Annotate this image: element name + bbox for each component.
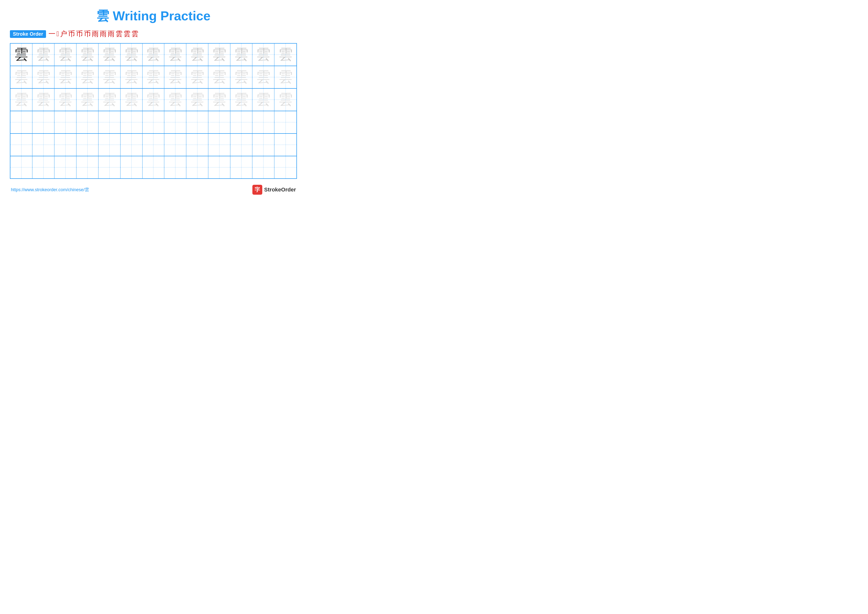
grid-cell-5-7[interactable] [164,156,186,178]
grid-cell-4-6[interactable] [143,134,164,156]
grid-cell-2-11[interactable]: 雲 [253,89,274,111]
grid-cell-4-8[interactable] [186,134,208,156]
grid-cell-1-11[interactable]: 雲 [253,66,274,88]
char-0-0: 雲 [14,47,28,62]
grid-cell-4-10[interactable] [230,134,253,156]
grid-cell-5-5[interactable] [121,156,143,178]
grid-cell-2-0[interactable]: 雲 [10,89,33,111]
grid-cell-0-6[interactable]: 雲 [143,44,164,65]
grid-cell-1-6[interactable]: 雲 [143,66,164,88]
stroke-order-row: Stroke Order 一𠄌户币币币雨雨雨雲雲雲 [10,29,297,39]
grid-cell-5-9[interactable] [208,156,230,178]
grid-cell-0-0[interactable]: 雲 [10,44,33,65]
grid-cell-3-1[interactable] [33,111,54,133]
grid-cell-5-2[interactable] [54,156,76,178]
grid-cell-1-4[interactable]: 雲 [98,66,121,88]
grid-cell-1-9[interactable]: 雲 [208,66,230,88]
grid-cell-4-4[interactable] [98,134,121,156]
grid-cell-4-11[interactable] [253,134,274,156]
grid-cell-1-8[interactable]: 雲 [186,66,208,88]
char-2-5: 雲 [124,92,139,107]
grid-cell-0-11[interactable]: 雲 [253,44,274,65]
grid-cell-1-10[interactable]: 雲 [230,66,253,88]
grid-cell-4-12[interactable] [274,134,296,156]
page-title: 雲 Writing Practice [10,8,297,25]
grid-cell-2-7[interactable]: 雲 [164,89,186,111]
char-0-9: 雲 [212,47,226,62]
grid-cell-2-9[interactable]: 雲 [208,89,230,111]
grid-cell-5-10[interactable] [230,156,253,178]
grid-cell-3-6[interactable] [143,111,164,133]
grid-cell-1-0[interactable]: 雲 [10,66,33,88]
grid-cell-4-9[interactable] [208,134,230,156]
grid-cell-0-8[interactable]: 雲 [186,44,208,65]
grid-cell-4-2[interactable] [54,134,76,156]
grid-cell-5-11[interactable] [253,156,274,178]
grid-cell-3-4[interactable] [98,111,121,133]
footer-url[interactable]: https://www.strokeorder.com/chinese/雲 [11,187,89,193]
grid-cell-1-5[interactable]: 雲 [121,66,143,88]
grid-cell-2-5[interactable]: 雲 [121,89,143,111]
grid-cell-3-12[interactable] [274,111,296,133]
grid-cell-1-7[interactable]: 雲 [164,66,186,88]
grid-cell-4-5[interactable] [121,134,143,156]
grid-cell-2-10[interactable]: 雲 [230,89,253,111]
grid-row-1: 雲雲雲雲雲雲雲雲雲雲雲雲雲 [10,66,296,89]
char-2-10: 雲 [234,92,248,107]
char-1-11: 雲 [256,70,270,84]
grid-cell-0-12[interactable]: 雲 [274,44,296,65]
grid-cell-0-3[interactable]: 雲 [76,44,98,65]
grid-cell-4-7[interactable] [164,134,186,156]
grid-cell-3-7[interactable] [164,111,186,133]
grid-cell-2-12[interactable]: 雲 [274,89,296,111]
grid-cell-3-10[interactable] [230,111,253,133]
practice-grid: 雲雲雲雲雲雲雲雲雲雲雲雲雲雲雲雲雲雲雲雲雲雲雲雲雲雲雲雲雲雲雲雲雲雲雲雲雲雲雲 [10,43,297,179]
char-0-12: 雲 [278,47,293,62]
grid-cell-2-4[interactable]: 雲 [98,89,121,111]
grid-cell-0-10[interactable]: 雲 [230,44,253,65]
grid-cell-2-6[interactable]: 雲 [143,89,164,111]
grid-cell-3-9[interactable] [208,111,230,133]
grid-cell-3-11[interactable] [253,111,274,133]
grid-cell-3-8[interactable] [186,111,208,133]
grid-cell-0-2[interactable]: 雲 [54,44,76,65]
grid-cell-5-1[interactable] [33,156,54,178]
stroke-seq-item-0: 一 [48,29,56,39]
grid-cell-5-6[interactable] [143,156,164,178]
grid-cell-4-0[interactable] [10,134,33,156]
grid-cell-0-9[interactable]: 雲 [208,44,230,65]
stroke-seq-item-4: 币 [76,29,83,39]
char-1-9: 雲 [212,70,226,84]
grid-cell-2-2[interactable]: 雲 [54,89,76,111]
grid-row-0: 雲雲雲雲雲雲雲雲雲雲雲雲雲 [10,44,296,66]
char-1-6: 雲 [146,70,160,84]
grid-cell-3-0[interactable] [10,111,33,133]
grid-cell-1-2[interactable]: 雲 [54,66,76,88]
grid-cell-0-7[interactable]: 雲 [164,44,186,65]
grid-cell-2-8[interactable]: 雲 [186,89,208,111]
grid-cell-5-4[interactable] [98,156,121,178]
grid-cell-2-3[interactable]: 雲 [76,89,98,111]
stroke-seq-item-5: 币 [84,29,91,39]
grid-cell-5-8[interactable] [186,156,208,178]
grid-cell-3-5[interactable] [121,111,143,133]
grid-cell-0-4[interactable]: 雲 [98,44,121,65]
grid-cell-4-1[interactable] [33,134,54,156]
grid-cell-5-12[interactable] [274,156,296,178]
grid-cell-4-3[interactable] [76,134,98,156]
stroke-seq-item-10: 雲 [124,29,130,39]
grid-cell-1-3[interactable]: 雲 [76,66,98,88]
grid-cell-3-3[interactable] [76,111,98,133]
grid-cell-1-1[interactable]: 雲 [33,66,54,88]
grid-cell-0-5[interactable]: 雲 [121,44,143,65]
grid-cell-5-0[interactable] [10,156,33,178]
grid-cell-1-12[interactable]: 雲 [274,66,296,88]
char-0-7: 雲 [168,47,182,62]
grid-cell-3-2[interactable] [54,111,76,133]
grid-cell-2-1[interactable]: 雲 [33,89,54,111]
char-2-9: 雲 [212,92,226,107]
grid-cell-5-3[interactable] [76,156,98,178]
grid-row-5 [10,156,296,178]
char-0-11: 雲 [256,47,270,62]
grid-cell-0-1[interactable]: 雲 [33,44,54,65]
